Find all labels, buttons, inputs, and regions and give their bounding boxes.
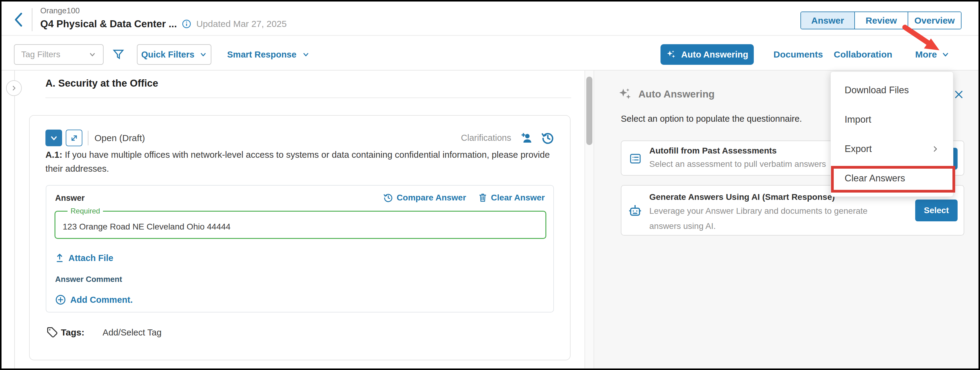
question-status: Open (Draft) [94,130,145,146]
back-button[interactable] [12,11,26,28]
compare-answer-label: Compare Answer [397,193,466,203]
answer-required-field: Required 123 Orange Road NE Cleveland Oh… [54,207,546,239]
info-icon[interactable] [182,19,191,29]
tag-filters-label: Tag Filters [21,50,60,59]
answer-input[interactable]: 123 Orange Road NE Cleveland Ohio 44444 [63,222,538,232]
attach-file-link[interactable]: Attach File [55,252,113,264]
sparkles-icon [666,49,676,60]
title-row: Q4 Physical & Data Center ... Updated Ma… [40,17,287,31]
question-text: A.1: If you have multiple offices with n… [45,148,562,176]
upload-icon [55,253,64,263]
menu-item-import[interactable]: Import [831,105,953,134]
trash-icon [478,193,487,203]
import-label: Import [845,114,871,125]
scrollbar-thumb[interactable] [586,76,592,145]
collaboration-label: Collaboration [834,49,892,60]
quick-filters-button[interactable]: Quick Filters [137,44,212,65]
download-files-label: Download Files [845,85,909,96]
smart-response-dropdown[interactable]: Smart Response [227,44,310,65]
answer-actions: Compare Answer Clear Answer [383,191,545,205]
tag-icon [46,326,59,338]
view-tab-group: Answer Review Overview [800,11,961,29]
breadcrumb: Orange100 [40,6,80,16]
chevron-right-icon [11,85,17,91]
answer-card: Answer Compare Answer Clear Answer Requi… [46,185,554,313]
sidebar-divider [14,71,15,368]
ai-select-button[interactable]: Select [915,200,958,221]
panel-title: Auto Answering [638,89,715,100]
expand-sidebar-button[interactable] [6,80,22,96]
documents-link[interactable]: Documents [773,44,823,65]
menu-item-download-files[interactable]: Download Files [831,75,953,105]
compare-answer-link[interactable]: Compare Answer [383,193,466,203]
tab-overview[interactable]: Overview [908,12,961,29]
autofill-option-title: Autofill from Past Assessments [649,146,777,156]
tags-label: Tags: [61,327,84,338]
close-icon [953,89,964,100]
sparkles-icon [618,87,632,102]
clear-answer-label: Clear Answer [491,193,545,203]
answer-label: Answer [55,194,85,203]
clear-answers-label: Clear Answers [845,173,905,184]
ai-option-description-line1: Leverage your Answer Library and documen… [649,206,868,216]
clear-answer-link[interactable]: Clear Answer [478,193,545,203]
section-divider [45,97,571,98]
expand-diagonal-icon [69,133,79,143]
export-label: Export [845,143,872,154]
clarifications-label: Clarifications [461,133,511,143]
funnel-icon [112,48,125,61]
compare-history-icon [383,193,393,203]
auto-answering-button[interactable]: Auto Answering [660,44,754,65]
ai-option-description-line2: answers using AI. [649,221,716,231]
filter-funnel-button[interactable] [111,47,126,62]
status-divider [88,131,88,145]
assessment-list-icon [629,153,641,164]
section-heading: A. Security at the Office [45,78,158,89]
app-header: Orange100 Q4 Physical & Data Center ... … [2,2,978,36]
autofill-option-description: Select an assessment to pull verbatim an… [649,159,826,169]
chevron-down-icon [302,51,310,59]
chevron-down-icon [199,51,207,59]
add-comment-label: Add Comment. [70,295,133,305]
back-chevron-icon [12,12,25,27]
expand-question-button[interactable] [66,130,83,146]
close-panel-button[interactable] [951,87,966,102]
chevron-right-icon [931,145,939,153]
panel-subtitle: Select an option to populate the questio… [621,114,802,124]
collapse-question-button[interactable] [45,130,62,146]
more-label: More [915,49,937,60]
auto-answering-panel-header: Auto Answering [618,86,715,103]
add-person-icon[interactable] [520,132,533,144]
chevron-down-icon [88,51,96,59]
tag-filters-select[interactable]: Tag Filters [14,44,103,65]
plus-circle-icon [55,294,66,305]
smart-response-label: Smart Response [227,50,296,60]
header-divider [32,8,32,31]
updated-timestamp: Updated Mar 27, 2025 [196,19,287,29]
clarifications-row: Clarifications [418,130,554,146]
chevron-down-icon [49,133,59,143]
quick-filters-label: Quick Filters [141,50,194,60]
question-body: If you have multiple offices with networ… [45,149,550,173]
ai-option-title: Generate Answers Using AI (Smart Respons… [649,192,835,202]
auto-answering-label: Auto Answering [681,50,748,60]
menu-item-clear-answers[interactable]: Clear Answers [831,164,953,193]
chevron-down-icon [941,50,950,59]
menu-item-export[interactable]: Export [831,134,953,164]
tab-review[interactable]: Review [854,12,908,29]
tab-answer[interactable]: Answer [801,12,854,29]
collaboration-link[interactable]: Collaboration [834,44,892,65]
question-id: A.1: [45,149,62,160]
answer-comment-label: Answer Comment [55,275,122,284]
add-select-tag-link[interactable]: Add/Select Tag [103,328,162,338]
more-menu: Download Files Import Export Clear Answe… [830,71,953,197]
more-dropdown[interactable]: More [915,44,950,65]
tags-row: Tags: Add/Select Tag [46,325,161,340]
required-label: Required [68,207,103,215]
toolbar: Tag Filters Quick Filters Smart Response… [2,36,978,71]
page-title: Q4 Physical & Data Center ... [40,18,177,30]
attach-file-label: Attach File [68,253,113,263]
history-icon[interactable] [541,132,554,145]
robot-icon [628,204,642,218]
add-comment-link[interactable]: Add Comment. [55,293,133,306]
